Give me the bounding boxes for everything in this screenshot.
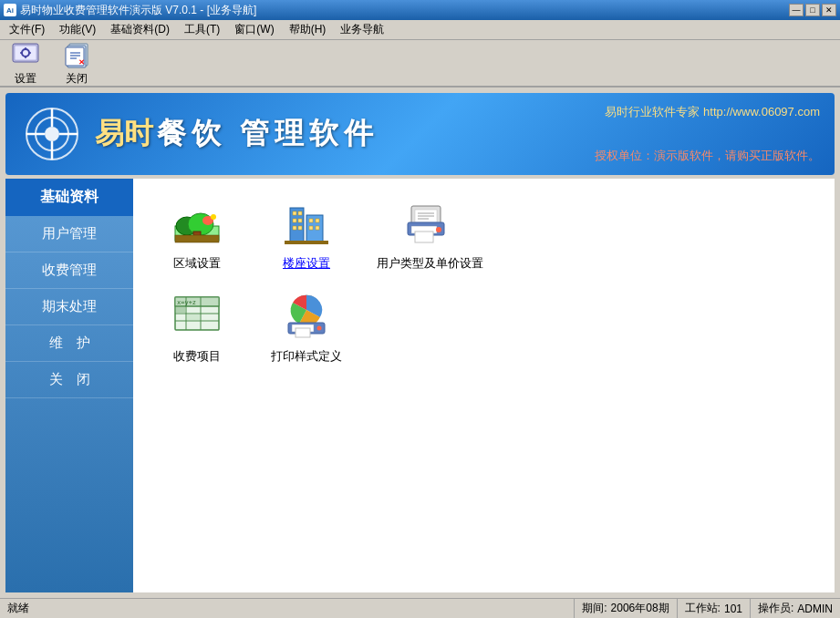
svg-point-27	[211, 214, 216, 220]
toolbar: 设置 ✕ 关闭	[0, 40, 840, 88]
svg-rect-38	[309, 226, 313, 230]
workstation-value: 101	[724, 603, 742, 615]
sidebar: 基础资料 用户管理 收费管理 期末处理 维 护 关 闭	[5, 179, 133, 592]
svg-rect-31	[298, 211, 302, 215]
sidebar-header: 基础资料	[5, 179, 133, 216]
status-bar: 就绪 期间: 2006年08期 工作站: 101 操作员: ADMIN	[0, 598, 840, 618]
svg-rect-39	[316, 226, 319, 230]
print-style-label: 打印样式定义	[271, 348, 342, 365]
period-label: 期间:	[582, 601, 607, 616]
building-setting-label: 楼座设置	[283, 255, 330, 272]
sidebar-item-user-mgmt[interactable]: 用户管理	[5, 216, 133, 252]
settings-button[interactable]: 设置	[7, 40, 44, 87]
banner-logo	[20, 102, 84, 166]
icon-item-fee-items[interactable]: x=y+z 收费项目	[151, 290, 243, 365]
status-ready: 就绪	[0, 599, 575, 618]
sidebar-item-fee-mgmt[interactable]: 收费管理	[5, 252, 133, 289]
area-setting-label: 区域设置	[173, 255, 221, 272]
menu-tools[interactable]: 工具(T)	[177, 20, 227, 39]
status-text: 就绪	[7, 601, 29, 616]
period-value: 2006年08期	[611, 601, 669, 616]
svg-rect-30	[293, 211, 296, 215]
banner-website: 易时行业软件专家 http://www.06097.com	[605, 104, 820, 120]
svg-point-16	[45, 127, 59, 141]
minimize-button[interactable]: —	[789, 4, 804, 16]
svg-rect-64	[296, 328, 310, 337]
status-operator: 操作员: ADMIN	[751, 599, 840, 618]
menu-base[interactable]: 基础资料(D)	[103, 20, 177, 39]
svg-rect-40	[285, 241, 328, 244]
menu-nav[interactable]: 业务导航	[333, 20, 391, 39]
svg-rect-34	[293, 226, 296, 230]
icon-item-area-setting[interactable]: 区域设置	[151, 197, 243, 272]
banner-license: 授权单位：演示版软件，请购买正版软件。	[595, 148, 820, 164]
svg-rect-35	[298, 226, 302, 230]
user-type-label: 用户类型及单价设置	[377, 255, 483, 272]
icon-grid-row2: x=y+z 收费项目	[151, 290, 816, 365]
area-setting-icon	[171, 197, 223, 248]
icon-item-print-style[interactable]: 打印样式定义	[261, 290, 352, 365]
svg-rect-25	[175, 235, 219, 242]
svg-text:✕: ✕	[78, 58, 85, 67]
menu-feature[interactable]: 功能(V)	[52, 20, 103, 39]
content-row: 基础资料 用户管理 收费管理 期末处理 维 护 关 闭	[5, 179, 835, 592]
operator-label: 操作员:	[758, 601, 793, 616]
print-style-icon	[281, 290, 332, 341]
close-toolbar-button[interactable]: ✕ 关闭	[58, 40, 95, 87]
title-bar-controls: — □ ✕	[789, 4, 836, 16]
svg-rect-36	[309, 219, 313, 222]
close-button[interactable]: ✕	[822, 4, 836, 16]
svg-rect-37	[316, 219, 319, 222]
banner-title: 餐饮 管理软件	[157, 114, 379, 154]
status-period: 期间: 2006年08期	[575, 599, 677, 618]
sidebar-item-close[interactable]: 关 闭	[5, 362, 133, 398]
svg-rect-49	[415, 232, 433, 242]
svg-rect-58	[176, 307, 185, 313]
svg-point-48	[436, 227, 441, 232]
maximize-button[interactable]: □	[805, 4, 820, 16]
main-area: 易时 餐饮 管理软件 易时行业软件专家 http://www.06097.com…	[0, 88, 840, 598]
app-icon: Ai	[4, 4, 16, 16]
settings-icon	[11, 40, 40, 69]
svg-rect-29	[306, 215, 323, 242]
svg-point-63	[317, 326, 322, 331]
close-toolbar-label: 关闭	[66, 71, 88, 87]
title-bar: Ai 易时物业收费管理软件演示版 V7.0.1 - [业务导航] — □ ✕	[0, 0, 840, 20]
icon-item-user-type[interactable]: 用户类型及单价设置	[370, 197, 489, 272]
sidebar-item-period-end[interactable]: 期末处理	[5, 289, 133, 325]
window-title: 易时物业收费管理软件演示版 V7.0.1 - [业务导航]	[20, 3, 256, 18]
svg-rect-33	[298, 219, 302, 222]
fee-items-label: 收费项目	[173, 348, 221, 365]
status-workstation: 工作站: 101	[678, 599, 751, 618]
close-toolbar-icon: ✕	[62, 40, 91, 69]
operator-value: ADMIN	[797, 603, 833, 615]
icon-item-building-setting[interactable]: 楼座设置	[261, 197, 352, 272]
svg-rect-59	[187, 314, 200, 320]
banner: 易时 餐饮 管理软件 易时行业软件专家 http://www.06097.com…	[5, 93, 835, 175]
workstation-label: 工作站:	[685, 601, 721, 616]
title-bar-left: Ai 易时物业收费管理软件演示版 V7.0.1 - [业务导航]	[4, 3, 256, 18]
building-setting-icon	[281, 197, 332, 248]
menu-file[interactable]: 文件(F)	[2, 20, 52, 39]
fee-items-icon: x=y+z	[171, 290, 223, 341]
banner-brand: 易时	[95, 114, 153, 154]
menu-window[interactable]: 窗口(W)	[227, 20, 281, 39]
menu-help[interactable]: 帮助(H)	[282, 20, 334, 39]
menu-bar: 文件(F) 功能(V) 基础资料(D) 工具(T) 窗口(W) 帮助(H) 业务…	[0, 20, 840, 40]
svg-rect-32	[293, 219, 296, 222]
settings-label: 设置	[15, 71, 36, 87]
user-type-icon	[404, 197, 455, 248]
svg-text:x=y+z: x=y+z	[177, 299, 196, 306]
right-content: 区域设置	[133, 179, 835, 592]
sidebar-item-maintenance[interactable]: 维 护	[5, 325, 133, 362]
icon-grid-row1: 区域设置	[151, 197, 816, 272]
